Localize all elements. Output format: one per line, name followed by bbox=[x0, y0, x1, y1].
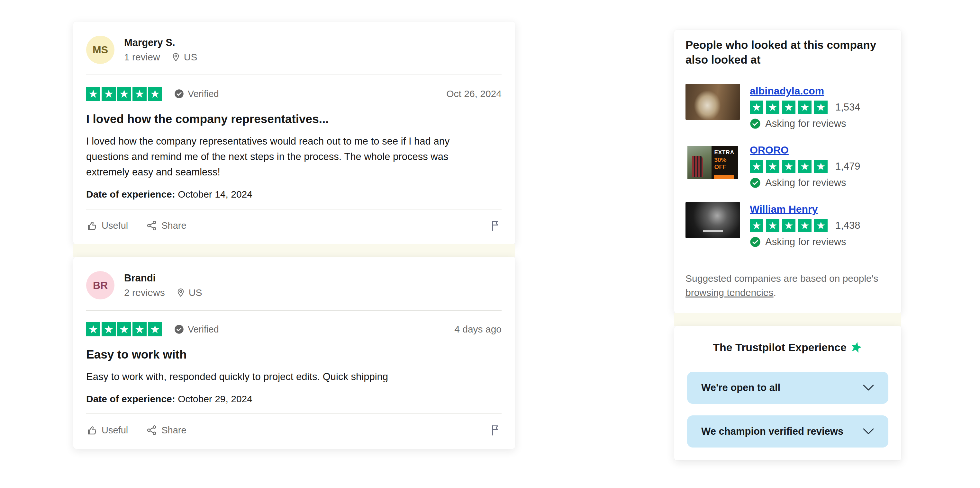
location-pin-icon bbox=[176, 288, 186, 298]
sidebar-column: People who looked at this company also l… bbox=[674, 30, 901, 460]
reviewer-name[interactable]: Brandi bbox=[124, 273, 202, 284]
accordion-open-to-all[interactable]: We're open to all bbox=[687, 372, 888, 404]
verified-check-icon bbox=[174, 89, 184, 99]
review-body: Easy to work with, responded quickly to … bbox=[86, 369, 490, 385]
page-background-gap bbox=[674, 313, 901, 326]
avatar[interactable]: MS bbox=[86, 36, 115, 64]
related-companies-card: People who looked at this company also l… bbox=[674, 30, 901, 313]
reviewer-header[interactable]: MS Margery S. 1 review US bbox=[86, 36, 501, 64]
green-check-icon bbox=[750, 118, 761, 129]
flag-icon bbox=[489, 219, 501, 232]
thumb-promo-button bbox=[714, 175, 734, 179]
company-status: Asking for reviews bbox=[750, 118, 861, 130]
browsing-tendencies-link[interactable]: browsing tendencies bbox=[686, 287, 773, 298]
date-of-experience: Date of experience: October 14, 2024 bbox=[86, 189, 501, 200]
reviewer-location: US bbox=[184, 52, 197, 63]
date-of-experience: Date of experience: October 29, 2024 bbox=[86, 393, 501, 405]
location-pin-icon bbox=[171, 52, 181, 62]
share-icon bbox=[146, 220, 158, 231]
divider bbox=[86, 209, 501, 209]
reviews-column: MS Margery S. 1 review US ★★★★★ Verified… bbox=[73, 22, 515, 449]
company-thumbnail[interactable] bbox=[686, 202, 740, 238]
useful-button[interactable]: Useful bbox=[86, 425, 128, 436]
page-background-gap bbox=[73, 244, 515, 257]
green-check-icon bbox=[750, 177, 761, 188]
reviewer-header[interactable]: BR Brandi 2 reviews US bbox=[86, 271, 501, 299]
star-rating: ★★★★★ bbox=[750, 219, 830, 232]
star-rating: ★★★★★ bbox=[86, 322, 163, 336]
reviewer-review-count: 2 reviews bbox=[124, 287, 165, 298]
star-rating: ★★★★★ bbox=[750, 160, 830, 173]
star-rating: ★★★★★ bbox=[86, 87, 163, 101]
company-link[interactable]: albinadyla.com bbox=[750, 85, 824, 97]
company-thumbnail[interactable] bbox=[686, 84, 740, 120]
trustpilot-star-icon bbox=[850, 341, 863, 354]
verified-badge[interactable]: Verified bbox=[174, 324, 219, 335]
thumbs-up-icon bbox=[86, 425, 98, 436]
review-count: 1,534 bbox=[835, 101, 861, 113]
green-check-icon bbox=[750, 236, 761, 247]
flag-report-button[interactable] bbox=[489, 424, 501, 437]
useful-button[interactable]: Useful bbox=[86, 220, 128, 231]
share-icon bbox=[146, 425, 158, 436]
reviewer-review-count: 1 review bbox=[124, 52, 160, 63]
divider bbox=[86, 74, 501, 75]
review-card: BR Brandi 2 reviews US ★★★★★ Verified 4 … bbox=[73, 257, 515, 449]
review-count: 1,479 bbox=[835, 161, 861, 172]
review-body: I loved how the company representatives … bbox=[86, 134, 490, 180]
company-thumbnail[interactable]: EXTRA 30% OFF bbox=[686, 143, 740, 179]
verified-check-icon bbox=[174, 325, 184, 334]
company-row-albinadyla[interactable]: albinadyla.com ★★★★★ 1,534 Asking for re… bbox=[686, 84, 890, 130]
flag-report-button[interactable] bbox=[489, 219, 501, 232]
trustpilot-experience-card: The Trustpilot Experience We're open to … bbox=[674, 326, 901, 460]
review-date: 4 days ago bbox=[454, 324, 501, 335]
company-status: Asking for reviews bbox=[750, 177, 861, 189]
review-date: Oct 26, 2024 bbox=[446, 88, 501, 99]
chevron-down-icon bbox=[863, 428, 874, 435]
star-rating: ★★★★★ bbox=[750, 101, 830, 114]
company-link[interactable]: ORORO bbox=[750, 144, 789, 156]
review-count: 1,438 bbox=[835, 220, 861, 231]
suggestion-footnote: Suggested companies are based on people'… bbox=[686, 271, 881, 300]
reviewer-location: US bbox=[189, 287, 202, 298]
company-link[interactable]: William Henry bbox=[750, 203, 818, 215]
review-title[interactable]: I loved how the company representatives.… bbox=[86, 112, 501, 127]
company-row-william-henry[interactable]: William Henry ★★★★★ 1,438 Asking for rev… bbox=[686, 202, 890, 248]
divider bbox=[86, 414, 501, 414]
related-companies-title: People who looked at this company also l… bbox=[686, 38, 878, 67]
review-card: MS Margery S. 1 review US ★★★★★ Verified… bbox=[73, 22, 515, 244]
company-status: Asking for reviews bbox=[750, 236, 861, 248]
flag-icon bbox=[489, 424, 501, 437]
chevron-down-icon bbox=[863, 384, 874, 391]
divider bbox=[86, 310, 501, 311]
reviewer-name[interactable]: Margery S. bbox=[124, 37, 197, 49]
accordion-verified-reviews[interactable]: We champion verified reviews bbox=[687, 415, 888, 447]
share-button[interactable]: Share bbox=[146, 220, 186, 231]
company-row-ororo[interactable]: EXTRA 30% OFF ORORO ★★★★★ 1,479 Aski bbox=[686, 143, 890, 189]
verified-badge[interactable]: Verified bbox=[174, 89, 219, 99]
experience-title: The Trustpilot Experience bbox=[687, 340, 888, 354]
thumb-promo-panel: EXTRA 30% OFF bbox=[711, 146, 738, 179]
avatar[interactable]: BR bbox=[86, 271, 115, 299]
review-title[interactable]: Easy to work with bbox=[86, 348, 501, 362]
share-button[interactable]: Share bbox=[146, 425, 186, 436]
thumb-hero-image bbox=[687, 146, 711, 179]
thumbs-up-icon bbox=[86, 220, 98, 231]
